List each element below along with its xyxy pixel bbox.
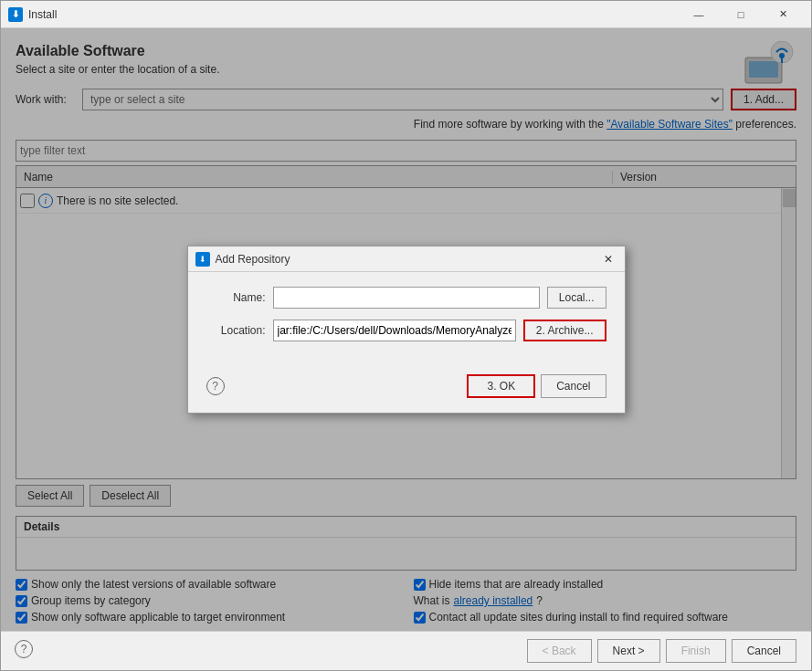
name-input[interactable] <box>273 287 540 309</box>
window-title: Install <box>28 8 678 21</box>
bottom-nav: ? < Back Next > Finish Cancel <box>1 631 811 670</box>
add-repository-dialog: ⬇ Add Repository ✕ Name: Local... Locati… <box>187 246 626 414</box>
location-row: Location: 2. Archive... <box>206 320 606 341</box>
maximize-button[interactable]: □ <box>720 1 762 28</box>
local-button[interactable]: Local... <box>547 287 606 309</box>
modal-icon: ⬇ <box>195 252 210 267</box>
modal-titlebar: ⬇ Add Repository ✕ <box>188 246 625 272</box>
modal-overlay: ⬇ Add Repository ✕ Name: Local... Locati… <box>1 28 811 631</box>
name-label: Name: <box>206 291 266 304</box>
cancel-button[interactable]: Cancel <box>732 639 796 663</box>
close-button[interactable]: ✕ <box>762 1 804 28</box>
back-button[interactable]: < Back <box>527 639 592 663</box>
app-icon: ⬇ <box>8 7 23 22</box>
location-label: Location: <box>206 324 266 337</box>
titlebar-controls: — □ ✕ <box>678 1 804 28</box>
minimize-button[interactable]: — <box>678 1 720 28</box>
modal-footer: ? 3. OK Cancel <box>188 367 625 413</box>
modal-title: Add Repository <box>216 253 599 266</box>
ok-button[interactable]: 3. OK <box>467 374 535 398</box>
modal-help-icon[interactable]: ? <box>206 377 225 395</box>
modal-close-button[interactable]: ✕ <box>599 250 617 268</box>
next-button[interactable]: Next > <box>597 639 660 663</box>
help-icon[interactable]: ? <box>15 640 33 658</box>
main-window: ⬇ Install — □ ✕ Available Software Selec… <box>0 0 812 671</box>
titlebar: ⬇ Install — □ ✕ <box>1 1 811 28</box>
modal-cancel-button[interactable]: Cancel <box>541 374 606 398</box>
location-input[interactable] <box>273 320 516 341</box>
archive-button[interactable]: 2. Archive... <box>523 320 606 341</box>
name-row: Name: Local... <box>206 287 606 309</box>
finish-button[interactable]: Finish <box>666 639 726 663</box>
main-content: Available Software Select a site or ente… <box>1 28 811 631</box>
modal-action-buttons: 3. OK Cancel <box>467 374 606 398</box>
modal-body: Name: Local... Location: 2. Archive... <box>188 272 625 367</box>
